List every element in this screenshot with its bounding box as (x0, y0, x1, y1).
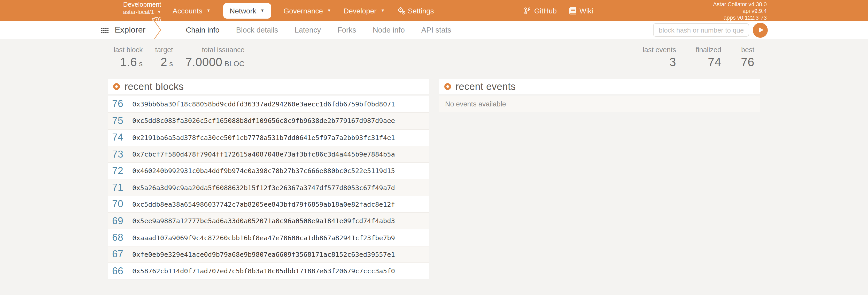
stat-label: total issuance (185, 45, 245, 54)
chevron-down-icon: ▼ (157, 10, 161, 14)
apps-grid-icon (101, 27, 108, 33)
stat-unit: s (139, 59, 143, 68)
chain-summary: last block 1.6s target 2s total issuance… (100, 45, 768, 71)
block-number-link[interactable]: 72 (112, 165, 130, 177)
chain-selector[interactable]: Development astar-local/1▼ #76 (100, 1, 161, 23)
book-icon (569, 7, 576, 14)
stat-value: 1.6 (120, 55, 137, 69)
stat-value: 74 (696, 55, 721, 69)
block-number-link[interactable]: 70 (112, 199, 130, 210)
block-row: 67 0xfe0eb9e329e41ace0d9b79a68e9b9807ea6… (108, 245, 429, 262)
tab-bar: Explorer Chain info Block details Latenc… (0, 21, 868, 39)
block-hash: 0x39bb6ba30f18c88058bd9cddfd36337ad29426… (132, 100, 395, 108)
block-row: 75 0xc5dd8c083fa3026c5cf165088b8df109656… (108, 112, 429, 129)
block-number-link[interactable]: 69 (112, 215, 130, 227)
stat-value: 2 (160, 55, 167, 69)
search-input[interactable] (653, 23, 749, 37)
stat-label: last events (643, 45, 676, 54)
git-branch-icon (524, 7, 531, 14)
main-content: last block 1.6s target 2s total issuance… (100, 45, 768, 279)
block-row: 76 0x39bb6ba30f18c88058bd9cddfd36337ad29… (108, 96, 429, 112)
menu-developer[interactable]: Developer▼ (344, 6, 385, 15)
block-number-link[interactable]: 74 (112, 132, 130, 143)
menu-settings-label: Settings (408, 6, 434, 15)
block-row: 74 0x2191ba6a5ad378fca30ce50f1cb7778a531… (108, 129, 429, 146)
tab-chain-info[interactable]: Chain info (186, 26, 220, 34)
stat-label: last block (114, 45, 143, 54)
tab-api-stats[interactable]: API stats (421, 26, 451, 34)
stat-value: 76 (741, 55, 754, 69)
tab-forks[interactable]: Forks (337, 26, 356, 34)
block-hash: 0x460240b992931c0ba4ddf9b974e0a398c78b27… (132, 167, 395, 175)
block-row: 73 0x7cbcf7f580d478f7904ff172615a4087048… (108, 146, 429, 162)
node-version: Astar Collator v4.38.0 (713, 1, 767, 8)
block-hash: 0xfe0eb9e329e41ace0d9b79a68e9b9807ea6609… (132, 251, 395, 258)
breadcrumb-divider-icon (154, 21, 162, 39)
app: Development astar-local/1▼ #76 Accounts▼… (0, 0, 868, 295)
summary-right-group: last events 3 finalized 74 best 76 (643, 45, 754, 69)
external-links: GitHub Wiki (524, 0, 593, 21)
block-number-link[interactable]: 73 (112, 149, 130, 160)
menu-settings[interactable]: ⚙⚙ Settings (397, 6, 434, 15)
block-number-link[interactable]: 68 (112, 232, 130, 243)
tab-latency[interactable]: Latency (295, 26, 321, 34)
panel-title: recent blocks (125, 81, 184, 92)
github-link[interactable]: GitHub (524, 6, 557, 15)
empty-events-message: No events available (443, 100, 506, 108)
menu-accounts[interactable]: Accounts▼ (173, 6, 211, 15)
recent-events-header: recent events (439, 79, 760, 94)
menu-governance[interactable]: Governance▼ (284, 6, 331, 15)
menu-governance-label: Governance (284, 6, 323, 15)
section-title: Explorer (115, 25, 146, 35)
menu-network-label: Network (230, 6, 256, 15)
apps-version: apps v0.122.3-73 (713, 14, 767, 21)
chevron-down-icon: ▼ (327, 8, 331, 13)
play-icon (759, 27, 764, 33)
block-hash: 0x58762cb114d0f71ad707ed7c5bf8b3a18c05db… (132, 267, 395, 275)
panel-title: recent events (456, 81, 516, 92)
summary-best: best 76 (741, 45, 754, 69)
panels-row: recent blocks 76 0x39bb6ba30f18c88058bd9… (100, 79, 768, 279)
block-hash: 0x5a26a3d99c9aa20da5f6088632b15f12f3e263… (132, 184, 395, 191)
block-number-link[interactable]: 66 (112, 265, 130, 277)
summary-finalized: finalized 74 (696, 45, 721, 69)
stat-unit: s (169, 59, 173, 68)
block-row: 71 0x5a26a3d99c9aa20da5f6088632b15f12f3e… (108, 179, 429, 196)
stat-label: best (741, 45, 754, 54)
block-row: 68 0xaaad107a9069f9c4c87260cbb16bf8ea47e… (108, 229, 429, 246)
dot-circle-icon (444, 83, 451, 90)
stat-unit: BLOC (224, 59, 245, 68)
summary-total-issuance: total issuance 7.0000BLOC (185, 45, 245, 71)
stat-value: 3 (643, 55, 676, 69)
tab-block-details[interactable]: Block details (236, 26, 278, 34)
block-number-link[interactable]: 76 (112, 98, 130, 109)
block-row: 72 0x460240b992931c0ba4ddf9b974e0a398c78… (108, 162, 429, 179)
summary-last-block: last block 1.6s (114, 45, 143, 71)
wiki-link[interactable]: Wiki (569, 6, 593, 15)
empty-events-row: No events available (439, 96, 760, 112)
search-submit-button[interactable] (753, 23, 768, 37)
dot-circle-icon (113, 83, 120, 90)
block-hash: 0xc5ddb8ea38a654986037742c7ab8205ee843bf… (132, 200, 395, 208)
block-hash: 0x7cbcf7f580d478f7904ff172615a4087048e73… (132, 150, 395, 158)
recent-events-panel: recent events No events available (439, 79, 760, 112)
block-row: 69 0x5ee9a9887a12777be5ad6a33d0a052071a8… (108, 212, 429, 229)
stat-label: target (155, 45, 173, 54)
wiki-label: Wiki (580, 6, 593, 15)
stat-value: 7.0000 (185, 55, 222, 69)
menu-network[interactable]: Network▼ (223, 3, 271, 18)
block-number-link[interactable]: 71 (112, 182, 130, 193)
block-row: 70 0xc5ddb8ea38a654986037742c7ab8205ee84… (108, 196, 429, 212)
recent-blocks-list: 76 0x39bb6ba30f18c88058bd9cddfd36337ad29… (108, 96, 429, 279)
summary-last-events: last events 3 (643, 45, 676, 69)
chevron-down-icon: ▼ (260, 8, 265, 13)
block-row: 66 0x58762cb114d0f71ad707ed7c5bf8b3a18c0… (108, 262, 429, 279)
menu-developer-label: Developer (344, 6, 377, 15)
block-number-link[interactable]: 75 (112, 115, 130, 127)
block-hash: 0x5ee9a9887a12777be5ad6a33d0a052071a8c96… (132, 217, 395, 225)
block-search (653, 23, 768, 37)
block-hash: 0xaaad107a9069f9c4c87260cbb16bf8ea47e786… (132, 234, 395, 241)
tab-node-info[interactable]: Node info (373, 26, 405, 34)
block-hash: 0xc5dd8c083fa3026c5cf165088b8df109656c8c… (132, 117, 395, 125)
block-number-link[interactable]: 67 (112, 249, 130, 260)
